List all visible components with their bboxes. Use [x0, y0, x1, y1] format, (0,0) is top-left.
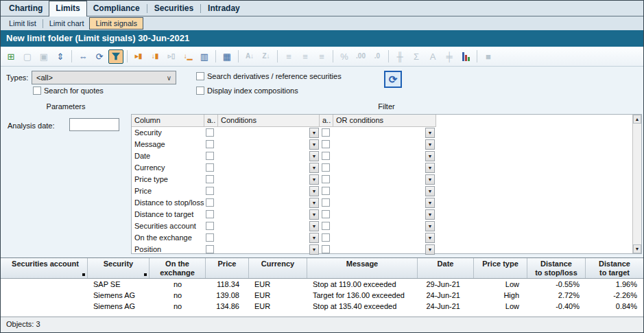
cascade-view-icon: ▣ — [36, 49, 51, 64]
and-checkbox[interactable] — [206, 140, 214, 148]
insert-column-icon[interactable]: ▸▮ — [131, 49, 146, 64]
select-columns-icon[interactable]: ▦ — [219, 49, 235, 64]
and-checkbox[interactable] — [322, 128, 330, 137]
conditions-dropdown-button[interactable]: ▼ — [309, 186, 319, 196]
types-dropdown[interactable]: <all> ∨ — [32, 71, 176, 84]
and-checkbox[interactable] — [322, 187, 330, 195]
and-checkbox[interactable] — [322, 245, 330, 253]
or-conditions-dropdown-button[interactable]: ▼ — [425, 186, 435, 196]
or-conditions-dropdown-button[interactable]: ▼ — [425, 209, 435, 220]
conditions-dropdown-button[interactable]: ▼ — [309, 221, 319, 231]
and-checkbox[interactable] — [322, 140, 330, 148]
or-conditions-dropdown-button[interactable]: ▼ — [425, 198, 435, 208]
column-header-on-the-exchange[interactable]: On theexchange — [150, 258, 206, 278]
or-conditions-dropdown-button[interactable]: ▼ — [425, 139, 435, 150]
and-checkbox[interactable] — [322, 163, 330, 172]
table-row[interactable]: Siemens AG no 134.86 EUR Stop at 135.40 … — [1, 301, 643, 312]
and-checkbox[interactable] — [206, 222, 214, 230]
conditions-dropdown-button[interactable]: ▼ — [309, 151, 319, 161]
search-derivatives-label: Search derivatives / reference securitie… — [207, 72, 342, 80]
increase-decimal-icon: .00 — [353, 49, 368, 64]
display-index-compositions-checkbox[interactable] — [196, 87, 204, 95]
or-conditions-dropdown-button[interactable]: ▼ — [425, 221, 435, 231]
fit-height-icon[interactable]: ⇕ — [53, 49, 68, 64]
scroll-down-icon[interactable]: ▼ — [633, 244, 641, 253]
or-conditions-dropdown-button[interactable]: ▼ — [425, 174, 435, 185]
filter-header-and1[interactable]: a.. — [204, 115, 218, 127]
apply-column-icon[interactable]: ↓▮ — [147, 49, 163, 64]
run-search-button[interactable]: ⟳ — [384, 71, 402, 88]
or-conditions-dropdown-button[interactable]: ▼ — [425, 233, 435, 243]
and-checkbox[interactable] — [322, 152, 330, 160]
tab-charting[interactable]: Charting — [3, 1, 49, 16]
column-chart-settings-icon[interactable]: ▥ — [197, 49, 212, 64]
tab-compliance[interactable]: Compliance — [87, 1, 146, 16]
refresh-icon[interactable]: ⟳ — [92, 49, 107, 64]
and-checkbox[interactable] — [206, 128, 214, 137]
and-checkbox[interactable] — [206, 233, 214, 242]
column-options-icon: ╫ — [392, 49, 407, 64]
sum-icon: Σ — [409, 49, 424, 64]
tab-intraday[interactable]: Intraday — [202, 1, 246, 16]
conditions-dropdown-button[interactable]: ▼ — [309, 128, 319, 138]
and-checkbox[interactable] — [206, 187, 214, 195]
or-conditions-dropdown-button[interactable]: ▼ — [425, 128, 435, 138]
add-view-icon[interactable]: ⊞ — [3, 49, 19, 64]
conditions-dropdown-button[interactable]: ▼ — [309, 233, 319, 243]
filter-row-date: Date ▼ ▼ — [132, 150, 641, 162]
and-checkbox[interactable] — [206, 198, 214, 207]
and-checkbox[interactable] — [206, 245, 214, 253]
chart-icon[interactable] — [458, 49, 473, 64]
main-tab-bar: Charting Limits Compliance Securities In… — [1, 1, 643, 16]
and-checkbox[interactable] — [322, 222, 330, 230]
column-header-securities-account[interactable]: Securities account — [1, 258, 88, 278]
filter-scrollbar[interactable]: ▲ ▼ — [632, 115, 641, 253]
filter-row-label: Price type — [134, 175, 168, 183]
and-checkbox[interactable] — [206, 210, 214, 218]
filter-icon[interactable] — [108, 49, 123, 64]
column-header-price[interactable]: Price — [206, 258, 249, 278]
and-checkbox[interactable] — [322, 210, 330, 218]
and-checkbox[interactable] — [206, 163, 214, 172]
table-row[interactable]: Siemens AG no 139.08 EUR Target for 136.… — [1, 290, 643, 301]
conditions-dropdown-button[interactable]: ▼ — [309, 139, 319, 150]
column-header-distance-target[interactable]: Distanceto target — [586, 258, 643, 278]
conditions-dropdown-button[interactable]: ▼ — [309, 198, 319, 208]
filter-row-label: Position — [134, 245, 161, 253]
tab-securities[interactable]: Securities — [148, 1, 200, 16]
subtab-limit-chart[interactable]: Limit chart — [44, 18, 90, 29]
column-header-security[interactable]: Security — [88, 258, 150, 278]
or-conditions-dropdown-button[interactable]: ▼ — [425, 163, 435, 173]
conditions-dropdown-button[interactable]: ▼ — [309, 209, 319, 220]
search-derivatives-checkbox[interactable] — [196, 72, 204, 80]
filter-header-conditions[interactable]: Conditions — [218, 115, 320, 127]
filter-header-or-conditions[interactable]: OR conditions — [333, 115, 436, 127]
analysis-date-input[interactable] — [69, 118, 119, 131]
filter-header-and2[interactable]: a.. — [320, 115, 333, 127]
column-header-date[interactable]: Date — [418, 258, 474, 278]
move-column-icon[interactable]: ↓▁ — [180, 49, 195, 64]
conditions-dropdown-button[interactable]: ▼ — [309, 174, 319, 185]
column-header-price-type[interactable]: Price type — [474, 258, 527, 278]
and-checkbox[interactable] — [206, 152, 214, 160]
tab-limits[interactable]: Limits — [49, 1, 86, 16]
column-header-currency[interactable]: Currency — [249, 258, 307, 278]
filter-caption: Filter — [131, 102, 642, 111]
conditions-dropdown-button[interactable]: ▼ — [309, 244, 319, 255]
column-header-distance-stop-loss[interactable]: Distanceto stop/loss — [527, 258, 586, 278]
or-conditions-dropdown-button[interactable]: ▼ — [425, 151, 435, 161]
table-row[interactable]: SAP SE no 118.34 EUR Stop at 119.00 exce… — [1, 279, 643, 290]
subtab-limit-list[interactable]: Limit list — [3, 18, 42, 29]
conditions-dropdown-button[interactable]: ▼ — [309, 163, 319, 173]
search-for-quotes-checkbox[interactable] — [33, 87, 41, 95]
filter-header-column[interactable]: Column — [132, 115, 204, 127]
scroll-up-icon[interactable]: ▲ — [633, 115, 641, 124]
and-checkbox[interactable] — [322, 198, 330, 207]
fit-width-icon[interactable]: ⇔ — [75, 49, 91, 64]
and-checkbox[interactable] — [206, 175, 214, 183]
subtab-limit-signals[interactable]: Limit signals — [89, 17, 143, 30]
column-header-message[interactable]: Message — [307, 258, 418, 278]
and-checkbox[interactable] — [322, 175, 330, 183]
and-checkbox[interactable] — [322, 233, 330, 242]
or-conditions-dropdown-button[interactable]: ▼ — [425, 244, 435, 255]
